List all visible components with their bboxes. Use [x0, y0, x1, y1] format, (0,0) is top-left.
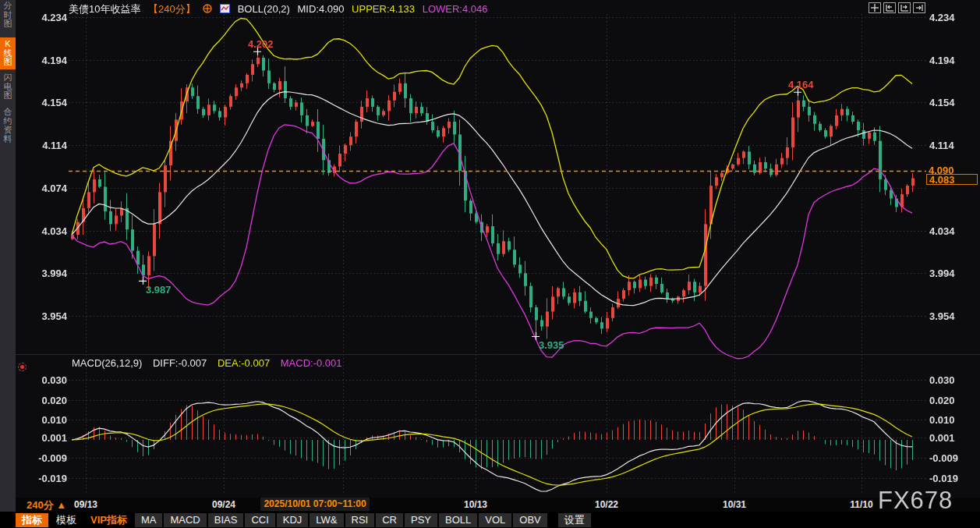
toolbar-button-12[interactable]: BOLL — [439, 513, 477, 527]
macd-macd-value: MACD:-0.001 — [281, 357, 342, 369]
macd-tick-right: 0.030 — [929, 374, 978, 386]
macd-tick-right: 0.001 — [929, 432, 978, 444]
extreme-price-annotation: 3.987 — [146, 284, 172, 296]
period-selector[interactable]: 240分 ▲ — [27, 498, 66, 512]
time-axis: 240分 ▲ 2025/10/01 07:00~11:00 三 09/1309/… — [0, 498, 980, 512]
price-tick-left: 4.074 — [22, 182, 67, 194]
price-tick-right: 4.234 — [929, 12, 978, 23]
macd-tick-left: 0.030 — [22, 374, 67, 386]
macd-dea-value: DEA:-0.007 — [218, 357, 270, 369]
sidebar-tab-label: 闪电图 — [2, 73, 13, 101]
candlestick-chart-canvas[interactable] — [0, 0, 980, 528]
macd-tick-right: -0.019 — [929, 473, 978, 484]
toolbar-button-4[interactable]: MACD — [164, 513, 206, 527]
date-tick: 10/22 — [595, 499, 618, 510]
sidebar-tab-label: 合约资料 — [2, 108, 13, 144]
crosshair-icon[interactable] — [869, 2, 881, 13]
boll-mid-value: MID:4.090 — [298, 3, 345, 15]
indicator-toolbar: 指标模板VIP指标MAMACDBIASCCIKDJLW&RSICRPSYBOLL… — [0, 512, 980, 528]
price-tick-left: 3.994 — [22, 268, 67, 279]
toolbar-button-5[interactable]: BIAS — [208, 513, 244, 527]
toolbar-button-10[interactable]: CR — [376, 513, 403, 527]
date-tick: 10/13 — [464, 499, 487, 510]
toolbar-button-1[interactable]: 模板 — [50, 513, 83, 527]
macd-tick-left: 0.020 — [22, 395, 67, 406]
extreme-price-annotation: 3.935 — [539, 339, 564, 351]
sidebar-tab-1[interactable]: K线图 — [0, 37, 16, 69]
price-tick-left: 4.194 — [22, 55, 67, 66]
price-tick-right: 4.154 — [929, 97, 978, 108]
extreme-price-annotation: 4.202 — [248, 38, 274, 50]
toolbar-button-3[interactable]: MA — [135, 513, 163, 527]
date-tick: 11/10 — [850, 499, 872, 510]
chart-toolbar-top-right — [869, 2, 925, 13]
boll-lower-value: LOWER:4.046 — [423, 3, 488, 15]
chart-header: 美债10年收益率 【240分】 BOLL(20,2) MID:4.090 UPP… — [69, 3, 493, 16]
sidebar-tab-label: 分时图 — [2, 2, 13, 29]
date-tick: 09/13 — [74, 499, 97, 510]
target-circle-icon[interactable] — [203, 4, 212, 16]
price-tick-right: 4.194 — [929, 55, 978, 66]
alert-dot-icon[interactable] — [18, 363, 27, 371]
price-tick-left: 3.954 — [22, 310, 67, 322]
sidebar-tab-2[interactable]: 闪电图 — [0, 73, 16, 101]
toolbar-button-2[interactable]: VIP指标 — [84, 513, 133, 527]
macd-tick-left: -0.019 — [22, 473, 67, 484]
selected-candle-time-label: 2025/10/01 07:00~11:00 三 — [260, 498, 370, 511]
macd-tick-right: 0.010 — [929, 414, 978, 426]
macd-diff-value: DIFF:-0.007 — [153, 357, 207, 369]
sidebar-tab-label: K线图 — [2, 40, 13, 67]
toolbar-button-6[interactable]: CCI — [245, 513, 274, 527]
boll-params-label: BOLL(20,2) — [238, 3, 290, 15]
sidebar-tab-3[interactable]: 合约资料 — [0, 108, 16, 144]
macd-tick-left: 0.010 — [22, 414, 67, 426]
date-tick: 09/24 — [212, 499, 235, 510]
period-label[interactable]: 【240分】 — [148, 3, 196, 15]
price-tick-right: 3.994 — [929, 268, 978, 279]
macd-tick-right: 0.020 — [929, 395, 978, 406]
macd-params-label: MACD(26,12,9) — [72, 357, 142, 369]
last-price-tag: 4.083 — [926, 174, 978, 185]
instrument-title: 美债10年收益率 — [69, 3, 140, 15]
mini-chart-icon[interactable] — [220, 4, 230, 16]
go-to-end-icon[interactable] — [913, 2, 925, 13]
date-tick: 10/31 — [723, 499, 746, 510]
toolbar-button-11[interactable]: PSY — [405, 513, 437, 527]
macd-tick-left: -0.009 — [22, 452, 67, 464]
price-tick-left: 4.154 — [22, 97, 67, 108]
price-tick-right: 4.034 — [929, 225, 978, 237]
price-tick-right: 3.954 — [929, 310, 978, 322]
macd-header: MACD(26,12,9) DIFF:-0.007 DEA:-0.007 MAC… — [72, 357, 350, 369]
pan-to-start-icon[interactable] — [883, 2, 896, 13]
toolbar-button-13[interactable]: VOL — [479, 513, 511, 527]
extreme-price-annotation: 4.164 — [788, 79, 814, 90]
watermark-logo: FX678 — [878, 487, 953, 515]
price-tick-left: 4.114 — [22, 140, 67, 151]
macd-tick-left: 0.001 — [22, 432, 67, 444]
toolbar-button-14[interactable]: OBV — [513, 513, 547, 527]
toolbar-button-8[interactable]: LW& — [310, 513, 343, 527]
chart-app: 分时图K线图闪电图合约资料 美债10年收益率 【240分】 BOLL(20,2)… — [0, 0, 980, 528]
price-tick-left: 4.234 — [22, 12, 67, 23]
sidebar-tab-0[interactable]: 分时图 — [0, 2, 16, 29]
price-tick-right: 4.114 — [929, 140, 978, 151]
left-sidebar: 分时图K线图闪电图合约资料 — [0, 0, 16, 512]
toolbar-button-9[interactable]: RSI — [345, 513, 375, 527]
toolbar-button-0[interactable]: 指标 — [16, 513, 48, 527]
pan-to-right-icon[interactable] — [898, 2, 911, 13]
toolbar-button-7[interactable]: KDJ — [277, 513, 309, 527]
toolbar-button-15[interactable]: 设置 — [558, 513, 591, 527]
macd-tick-right: -0.009 — [929, 452, 978, 464]
boll-upper-value: UPPER:4.133 — [352, 3, 415, 15]
price-tick-left: 4.034 — [22, 225, 67, 237]
